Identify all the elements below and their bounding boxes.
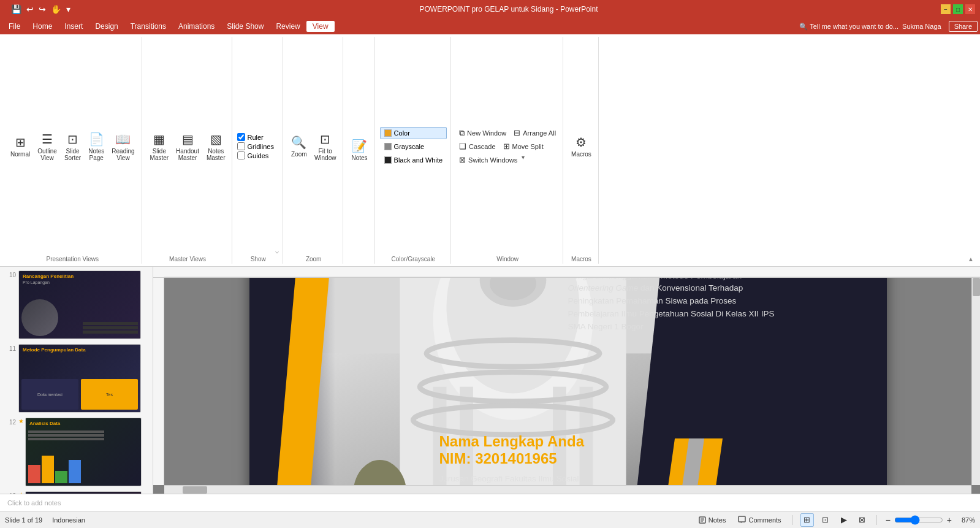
move-split-button[interactable]: ⊞ Move Split	[500, 140, 547, 153]
comments-status-button[interactable]: Comments	[734, 515, 784, 526]
menu-file[interactable]: File	[2, 21, 26, 32]
slideshow-view-status-button[interactable]: ▶	[837, 513, 851, 527]
fit-to-window-button[interactable]: ⊡ Fit toWindow	[311, 128, 340, 165]
notes-area: Click to add notes	[0, 494, 980, 511]
notes-icon	[698, 516, 707, 524]
presentation-views-group: ⊞ Normal ☰ OutlineView ⊡ SlideSorter 📄 N…	[4, 37, 142, 264]
zoom-label: Zoom	[288, 254, 340, 262]
arrange-all-button[interactable]: ⊟ Arrange All	[511, 127, 559, 139]
window-title: POWERPOINT pro GELAP untuk Sidang - Powe…	[77, 5, 941, 13]
macros-label: Macros	[568, 254, 594, 262]
show-label: Show	[237, 254, 278, 262]
notes-placeholder: Click to add notes	[7, 499, 61, 507]
menu-transitions[interactable]: Transitions	[124, 21, 172, 32]
save-button[interactable]: 💾	[10, 3, 23, 15]
master-views-group: ▦ SlideMaster ▤ HandoutMaster ▧ NotesMas…	[143, 37, 233, 264]
title-bar: 💾 ↩ ↪ ✋ ▾ POWERPOINT pro GELAP untuk Sid…	[0, 0, 980, 18]
menu-animations[interactable]: Animations	[172, 21, 221, 32]
guides-checkbox[interactable]: Guides	[237, 151, 273, 159]
slide-item-13[interactable]: 13 ★ Diagram Alur Penelitian Start Proce…	[2, 490, 150, 494]
menu-bar: File Home Insert Design Transitions Anim…	[0, 18, 980, 34]
notes-page-button[interactable]: 📄 NotesPage	[85, 128, 107, 165]
minimize-button[interactable]: −	[941, 4, 951, 14]
switch-windows-button[interactable]: ⊠ Switch Windows	[456, 154, 520, 166]
notes-master-button[interactable]: ▧ NotesMaster	[203, 128, 229, 165]
svg-point-17	[353, 460, 406, 485]
grayscale-option[interactable]: Grayscale	[380, 140, 447, 153]
main-area: 10 Rancangan Penelitian Pro Lapangan	[0, 267, 980, 494]
ruler-checkbox[interactable]: Ruler	[237, 133, 273, 141]
student-name: Nama Lengkap Anda	[439, 433, 758, 450]
redo-button[interactable]: ↪	[37, 3, 47, 15]
macros-group: ⚙ Macros Macros	[564, 37, 599, 264]
reading-view-button[interactable]: 📖 ReadingView	[108, 128, 137, 165]
slide-sorter-button[interactable]: ⊡ SlideSorter	[61, 128, 84, 165]
ribbon-collapse-button[interactable]: ▲	[968, 37, 976, 264]
qat-more-button[interactable]: ▾	[65, 3, 72, 15]
student-nim: NIM: 3201401965	[439, 450, 758, 467]
slide-master-button[interactable]: ▦ SlideMaster	[147, 128, 172, 165]
slide-number-11: 11	[4, 344, 16, 352]
svg-rect-25	[739, 516, 745, 522]
language-indicator: Indonesian	[52, 516, 85, 524]
menu-home[interactable]: Home	[26, 21, 58, 32]
zoom-minus-button[interactable]: −	[884, 515, 892, 525]
outline-view-button[interactable]: ☰ OutlineView	[34, 128, 60, 165]
notes-ribbon-label	[348, 261, 370, 262]
zoom-button[interactable]: 🔍 Zoom	[288, 128, 310, 165]
slide-item-12[interactable]: 12 ★ Analisis Data	[2, 416, 150, 488]
slide-description: Pengaruh Menggunakan Metode Pembelajaran…	[568, 278, 789, 334]
menu-view[interactable]: View	[306, 21, 335, 32]
share-button[interactable]: Share	[949, 21, 978, 32]
zoom-slider[interactable]	[894, 515, 943, 525]
slide-thumbnail-11: Metode Pengumpulan Data Dokumentasi Tes	[18, 344, 141, 413]
maximize-button[interactable]: □	[953, 4, 963, 14]
macros-button[interactable]: ⚙ Macros	[568, 128, 594, 165]
normal-view-button[interactable]: ⊞ Normal	[7, 128, 33, 165]
slidesorter-view-status-button[interactable]: ⊡	[819, 513, 832, 527]
status-separator	[792, 515, 793, 525]
new-window-button[interactable]: ⧉ New Window	[456, 127, 509, 139]
handout-master-button[interactable]: ▤ HandoutMaster	[173, 128, 202, 165]
close-button[interactable]: ✕	[965, 4, 975, 14]
color-option[interactable]: Color	[380, 127, 447, 139]
menu-design[interactable]: Design	[89, 21, 124, 32]
notes-status-button[interactable]: Notes	[694, 515, 730, 526]
status-separator-2	[876, 515, 877, 525]
ruler-h-svg	[164, 267, 980, 277]
horizontal-scrollbar	[164, 485, 971, 494]
scrollbar-thumb-h[interactable]	[183, 486, 207, 494]
notes-ribbon-button[interactable]: 📝 Notes	[348, 131, 370, 168]
slide-thumbnail-10: Rancangan Penelitian Pro Lapangan	[18, 270, 141, 339]
show-expand-icon[interactable]: ⌵	[275, 248, 279, 254]
black-white-option[interactable]: Black and White	[380, 154, 447, 166]
menu-review[interactable]: Review	[270, 21, 306, 32]
undo-button[interactable]: ↩	[25, 3, 35, 15]
institution-info: Jurusan Geografi Fakultas Ilmu Sosial Un…	[439, 472, 758, 485]
slide-canvas-wrapper: LOGO Skripsi Pengaruh Menggunakan Metode…	[153, 278, 980, 485]
normal-view-status-button[interactable]: ⊞	[800, 513, 814, 527]
notes-group: 📝 Notes	[344, 37, 374, 264]
main-slide[interactable]: LOGO Skripsi Pengaruh Menggunakan Metode…	[249, 278, 887, 485]
window-controls: − □ ✕	[941, 4, 975, 14]
zoom-level: 87%	[955, 516, 975, 524]
ruler-vertical	[153, 278, 164, 485]
switch-windows-arrow[interactable]: ▾	[522, 154, 525, 166]
scrollbar-thumb-v[interactable]	[973, 278, 980, 296]
zoom-plus-button[interactable]: +	[946, 515, 953, 525]
gridlines-checkbox[interactable]: Gridlines	[237, 142, 273, 150]
touch-button[interactable]: ✋	[50, 3, 63, 15]
user-name: Sukma Naga	[902, 23, 941, 30]
tell-me-inline[interactable]: 🔍 Tell me what you want to do...	[796, 23, 902, 31]
presenter-view-status-button[interactable]: ⊠	[856, 513, 869, 527]
slide-item-10[interactable]: 10 Rancangan Penelitian Pro Lapangan	[2, 269, 150, 340]
slide-number-12: 12	[4, 418, 16, 426]
slide-item-11[interactable]: 11 Metode Pengumpulan Data Dokumentasi T…	[2, 343, 150, 414]
menu-insert[interactable]: Insert	[58, 21, 89, 32]
menu-slideshow[interactable]: Slide Show	[221, 21, 270, 32]
cascade-button[interactable]: ❑ Cascade	[456, 140, 498, 153]
vertical-scrollbar[interactable]	[971, 278, 980, 485]
ruler-horizontal	[153, 267, 980, 278]
name-block: Nama Lengkap Anda NIM: 3201401965 Jurusa…	[439, 433, 758, 485]
slide-thumbnail-13: Diagram Alur Penelitian Start Process Da…	[25, 491, 142, 494]
